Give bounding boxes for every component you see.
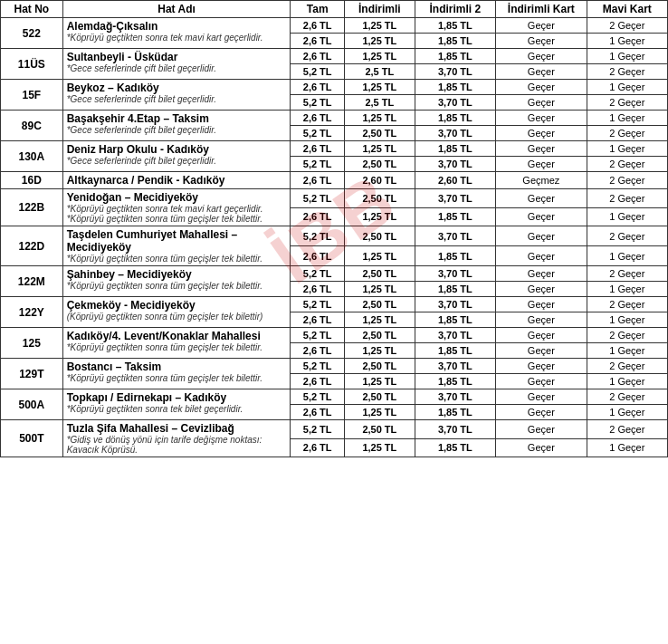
price-indirimli2: 3,70 TL [415, 126, 495, 141]
price-indirimli: 2,50 TL [344, 389, 415, 405]
status-mavi: 1 Geçer [587, 343, 667, 359]
hat-no-cell: 122B [1, 189, 63, 226]
price-indirimli: 1,25 TL [344, 246, 415, 266]
price-tam: 5,2 TL [291, 420, 345, 439]
hat-adi-note: *Köprüyü geçtikten sonra tüm geçişler te… [67, 373, 287, 383]
price-tam: 5,2 TL [291, 359, 345, 374]
price-indirimli: 2,50 TL [344, 126, 415, 141]
status-mavi: 1 Geçer [587, 34, 667, 49]
price-indirimli: 2,50 TL [344, 328, 415, 343]
hat-adi-cell: Beykoz – Kadıköy*Gece seferlerinde çift … [62, 80, 291, 111]
price-indirimli2: 3,70 TL [415, 226, 495, 246]
price-indirimli2: 3,70 TL [415, 95, 495, 111]
price-indirimli2: 1,85 TL [415, 343, 495, 359]
hat-adi-main: Çekmeköy - Mecidiyeköy [67, 299, 287, 312]
table-row: 130ADeniz Harp Okulu - Kadıköy*Gece sefe… [1, 141, 668, 157]
price-indirimli2: 1,85 TL [415, 312, 495, 328]
status-mavi: 2 Geçer [587, 266, 667, 282]
status-kart: Geçer [495, 405, 587, 420]
status-kart: Geçer [495, 111, 587, 126]
status-mavi: 2 Geçer [587, 126, 667, 141]
table-row: 522Alemdağ-Çıksalın*Köprüyü geçtikten so… [1, 18, 668, 34]
price-tam: 2,6 TL [291, 18, 345, 34]
status-kart: Geçer [495, 389, 587, 405]
hat-adi-note: *Köprüyü geçtikten sonra tüm geçişler te… [67, 254, 287, 264]
price-tam: 5,2 TL [291, 157, 345, 172]
hat-adi-note1: *Köprüyü geçtikten sonra tek mavi kart g… [67, 204, 287, 214]
header-indirimlikart: İndirimli Kart [495, 1, 587, 18]
hat-adi-main: Bostancı – Taksim [67, 360, 287, 373]
status-kart: Geçer [495, 328, 587, 343]
hat-adi-note: *Gece seferlerinde çift bilet geçerlidir… [67, 94, 287, 104]
hat-adi-cell: Sultanbeyli - Üsküdar*Gece seferlerinde … [62, 49, 291, 80]
status-mavi: 1 Geçer [587, 207, 667, 226]
price-indirimli2: 3,70 TL [415, 297, 495, 312]
price-indirimli2: 1,85 TL [415, 111, 495, 126]
table-row: 122MŞahinbey – Mecidiyeköy*Köprüyü geçti… [1, 266, 668, 282]
price-tam: 2,6 TL [291, 374, 345, 389]
status-mavi: 1 Geçer [587, 374, 667, 389]
price-indirimli: 1,25 TL [344, 111, 415, 126]
status-mavi: 2 Geçer [587, 389, 667, 405]
price-indirimli2: 1,85 TL [415, 207, 495, 226]
hat-adi-main: Şahinbey – Mecidiyeköy [67, 268, 287, 281]
header-mavikart: Mavi Kart [587, 1, 667, 18]
hat-adi-note: *Köprüyü geçtikten sonra tüm geçişler te… [67, 342, 287, 352]
price-tam: 2,6 TL [291, 405, 345, 420]
hat-adi-cell: Bostancı – Taksim*Köprüyü geçtikten sonr… [62, 359, 291, 389]
price-indirimli2: 1,85 TL [415, 141, 495, 157]
status-kart: Geçer [495, 64, 587, 80]
hat-adi-cell: Tuzla Şifa Mahallesi – Cevizlibağ*Gidiş … [62, 420, 291, 457]
price-indirimli: 1,25 TL [344, 141, 415, 157]
hat-adi-cell: Deniz Harp Okulu - Kadıköy*Gece seferler… [62, 141, 291, 172]
hat-adi-note: *Köprüyü geçtikten sonra tek bilet geçer… [67, 404, 287, 414]
hat-no-cell: 11ÜS [1, 49, 63, 80]
hat-no-cell: 15F [1, 80, 63, 111]
price-tam: 5,2 TL [291, 95, 345, 111]
price-indirimli: 1,25 TL [344, 438, 415, 457]
price-tam: 2,6 TL [291, 141, 345, 157]
price-tam: 2,6 TL [291, 312, 345, 328]
hat-adi-main: Kadıköy/4. Levent/Konaklar Mahallesi [67, 330, 287, 342]
hat-adi-cell: Çekmeköy - Mecidiyeköy(Köprüyü geçtikten… [62, 297, 291, 328]
price-indirimli2: 3,70 TL [415, 64, 495, 80]
status-kart: Geçer [495, 312, 587, 328]
status-kart: Geçer [495, 80, 587, 95]
hat-no-cell: 89C [1, 111, 63, 141]
hat-adi-main: Beykoz – Kadıköy [67, 82, 287, 94]
hat-no-cell: 129T [1, 359, 63, 389]
price-indirimli: 2,50 TL [344, 420, 415, 439]
hat-adi-main: Tuzla Şifa Mahallesi – Cevizlibağ [67, 422, 287, 435]
status-kart: Geçer [495, 49, 587, 64]
price-indirimli: 2,50 TL [344, 359, 415, 374]
table-row: 500TTuzla Şifa Mahallesi – Cevizlibağ*Gi… [1, 420, 668, 439]
price-indirimli2: 3,70 TL [415, 189, 495, 208]
status-kart: Geçmez [495, 172, 587, 189]
price-tam: 5,2 TL [291, 266, 345, 282]
status-mavi: 1 Geçer [587, 246, 667, 266]
status-mavi: 1 Geçer [587, 80, 667, 95]
status-kart: Geçer [495, 34, 587, 49]
hat-adi-main: Sultanbeyli - Üsküdar [67, 51, 287, 63]
price-tam: 2,6 TL [291, 80, 345, 95]
hat-adi-main: Altkaynarca / Pendik - Kadıköy [67, 174, 287, 187]
price-indirimli2: 1,85 TL [415, 49, 495, 64]
hat-adi-note: *Gidiş ve dönüş yönü için tarife değişme… [67, 435, 287, 455]
table-row: 125Kadıköy/4. Levent/Konaklar Mahallesi*… [1, 328, 668, 343]
header-tam: Tam [291, 1, 345, 18]
header-indirimli2: İndirimli 2 [415, 1, 495, 18]
hat-adi-note: (Köprüyü geçtikten sonra tüm geçişler te… [67, 312, 287, 322]
price-indirimli: 1,25 TL [344, 18, 415, 34]
price-tam: 2,6 TL [291, 246, 345, 266]
table-row: 122YÇekmeköy - Mecidiyeköy(Köprüyü geçti… [1, 297, 668, 312]
price-tam: 5,2 TL [291, 328, 345, 343]
hat-adi-main: Topkapı / Edirnekapı – Kadıköy [67, 391, 287, 404]
table-row: 16DAltkaynarca / Pendik - Kadıköy2,6 TL2… [1, 172, 668, 189]
hat-no-cell: 130A [1, 141, 63, 172]
price-indirimli2: 1,85 TL [415, 282, 495, 297]
price-tam: 2,6 TL [291, 34, 345, 49]
price-indirimli2: 1,85 TL [415, 438, 495, 457]
price-tam: 2,6 TL [291, 172, 345, 189]
price-indirimli: 2,5 TL [344, 64, 415, 80]
status-kart: Geçer [495, 95, 587, 111]
